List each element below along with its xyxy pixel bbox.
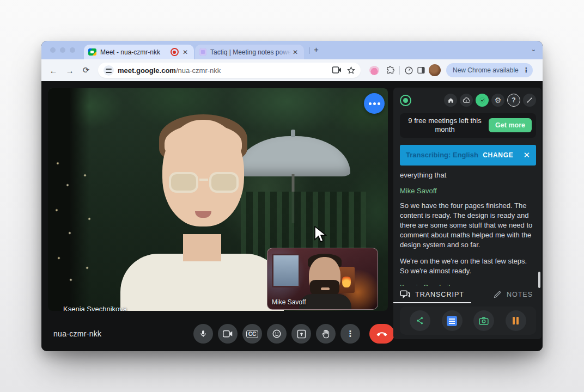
detach-panel-icon[interactable] <box>523 94 536 107</box>
cloud-upload-icon[interactable] <box>460 94 473 107</box>
browser-window: Meet - nua-czmr-nkk ✕ Tactiq | Meeting n… <box>41 41 543 351</box>
share-button[interactable] <box>410 310 430 331</box>
tactiq-tabs: TRANSCRIPT NOTES <box>400 286 536 303</box>
tab-meet-title: Meet - nua-czmr-nkk <box>100 48 168 56</box>
transcribing-label: Transcribing: English <box>406 151 478 159</box>
chat-bubble-button[interactable] <box>364 93 385 114</box>
browser-toolbar: ← → ⟳ meet.google.com/nua-czmr-nkk New C… <box>41 59 543 81</box>
transcript-text: So we have the four pages finished. The … <box>400 201 536 250</box>
transcript-panel[interactable]: everything that Mike Savoff So we have t… <box>400 170 536 286</box>
toolbar-divider <box>399 66 400 75</box>
glasses <box>169 172 239 194</box>
url-text: meet.google.com/nua-czmr-nkk <box>118 66 328 75</box>
window-controls[interactable] <box>50 47 75 53</box>
tactiq-header: ⚙ ? <box>400 93 536 108</box>
pip-fireplace <box>338 267 355 293</box>
pencil-icon <box>493 290 502 299</box>
participant-ksenia <box>112 120 292 311</box>
speaker-name: Mike Savoff <box>400 186 536 196</box>
forward-button[interactable]: → <box>63 66 76 75</box>
new-tab-button[interactable]: + <box>314 45 319 54</box>
camera-button[interactable] <box>218 324 238 344</box>
more-options-button[interactable]: ⋮ <box>340 324 360 344</box>
reload-button[interactable]: ⟳ <box>80 65 93 75</box>
tab-meet[interactable]: Meet - nua-czmr-nkk ✕ <box>84 45 194 59</box>
help-icon[interactable]: ? <box>507 94 520 107</box>
pip-video-tile[interactable]: Mike Savoff <box>267 248 378 310</box>
active-tab-underline <box>393 302 471 303</box>
pause-icon <box>513 317 519 324</box>
camera-allowed-icon[interactable] <box>332 66 342 74</box>
pip-background-window <box>272 254 300 287</box>
tab-tactiq-title: Tactiq | Meeting notes powe <box>210 48 291 56</box>
meeting-code: nua-czmr-nkk <box>53 329 101 338</box>
home-icon[interactable] <box>444 94 457 107</box>
journeys-icon[interactable] <box>404 66 413 75</box>
screenshot-button[interactable] <box>473 310 494 331</box>
main-participant-name: Ksenia Svechnikova <box>63 305 127 311</box>
tactiq-logo-icon <box>400 95 411 106</box>
sidebar-scrollbar[interactable] <box>538 272 540 288</box>
tab-close-icon[interactable]: ✕ <box>181 48 190 56</box>
mic-button[interactable] <box>193 324 213 344</box>
chrome-update-button[interactable]: New Chrome available ⋮ <box>446 63 533 77</box>
browser-menu-kebab-icon[interactable]: ⋮ <box>523 66 530 74</box>
meet-favicon-icon <box>88 48 96 56</box>
tab-transcript[interactable]: TRANSCRIPT <box>400 290 464 299</box>
tactiq-action-bar <box>400 307 536 335</box>
docs-icon <box>447 316 457 326</box>
chat-icon <box>400 290 410 299</box>
reactions-button[interactable] <box>267 324 287 344</box>
site-settings-icon[interactable] <box>104 65 114 76</box>
end-call-button[interactable] <box>369 324 394 344</box>
present-button[interactable] <box>291 324 311 344</box>
free-meetings-banner: 9 free meetings left this month Get more <box>400 113 536 138</box>
mouse-cursor <box>314 226 328 243</box>
tab-close-icon[interactable]: ✕ <box>291 48 300 56</box>
profile-avatar[interactable] <box>429 64 441 76</box>
transcribing-bar: Transcribing: English CHANGE ✕ <box>400 145 536 166</box>
string-lights <box>51 154 100 295</box>
extension-pink-icon[interactable] <box>369 65 379 75</box>
tab-transcript-label: TRANSCRIPT <box>415 291 464 298</box>
transcript-text: We're on the we're on the last few steps… <box>400 256 536 276</box>
shield-check-icon[interactable] <box>476 94 489 107</box>
recording-indicator-icon <box>171 48 179 56</box>
raise-hand-button[interactable] <box>316 324 336 344</box>
chrome-update-label: New Chrome available <box>453 66 519 74</box>
extensions-puzzle-icon[interactable] <box>386 66 395 75</box>
settings-gear-icon[interactable]: ⚙ <box>491 94 504 107</box>
side-panel-icon[interactable] <box>417 66 425 75</box>
change-language-button[interactable]: CHANGE <box>483 151 513 159</box>
tab-notes-label: NOTES <box>507 291 533 298</box>
captions-button[interactable]: CC <box>242 324 262 344</box>
pip-participant-name: Mike Savoff <box>272 298 306 306</box>
close-transcribing-icon[interactable]: ✕ <box>523 150 530 160</box>
tactiq-sidebar: ⚙ ? 9 free meetings left this month Get … <box>393 88 542 339</box>
tab-search-chevron-icon[interactable]: ⌄ <box>531 46 536 53</box>
bookmark-star-icon[interactable] <box>347 66 355 75</box>
back-button[interactable]: ← <box>47 66 60 75</box>
address-bar[interactable]: meet.google.com/nua-czmr-nkk <box>98 63 361 78</box>
get-more-button[interactable]: Get more <box>489 118 532 132</box>
transcript-fragment: everything that <box>400 170 536 180</box>
tab-tactiq[interactable]: Tactiq | Meeting notes powe ✕ <box>195 45 304 59</box>
pause-recording-button[interactable] <box>506 310 526 331</box>
meet-page: Ksenia Svechnikova Mike Savoff nua-czmr-… <box>41 81 543 351</box>
google-docs-button[interactable] <box>442 310 463 331</box>
tab-strip: Meet - nua-czmr-nkk ✕ Tactiq | Meeting n… <box>41 41 543 59</box>
meetings-left-text: 9 free meetings left this month <box>405 117 484 134</box>
tactiq-favicon-icon <box>199 48 206 56</box>
tab-separator <box>309 47 310 54</box>
tab-notes[interactable]: NOTES <box>493 290 536 299</box>
